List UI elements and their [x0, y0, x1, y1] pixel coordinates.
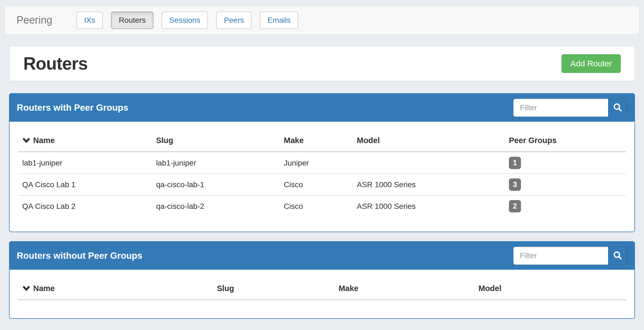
- routers-with-peer-groups-table: Name Slug Make Model Peer Groups lab1-ju…: [18, 130, 626, 217]
- cell-name: QA Cisco Lab 1: [18, 174, 152, 195]
- nav-button-routers[interactable]: Routers: [111, 12, 153, 29]
- cell-make: Cisco: [280, 195, 352, 217]
- routers-without-peer-groups-table: Name Slug Make Model: [18, 278, 626, 300]
- nav-button-peers[interactable]: Peers: [216, 12, 252, 29]
- panel-body: Name Slug Make Model: [10, 270, 634, 309]
- nav-button-sessions[interactable]: Sessions: [162, 12, 208, 29]
- filter-group: [513, 99, 627, 117]
- panel-routers-without-peer-groups: Routers without Peer Groups: [9, 241, 635, 319]
- cell-peer-groups: 1: [505, 152, 626, 174]
- cell-peer-groups: 2: [505, 195, 626, 217]
- column-header-peer-groups[interactable]: Peer Groups: [505, 130, 626, 152]
- column-header-slug[interactable]: Slug: [152, 130, 279, 152]
- cell-slug: qa-cisco-lab-1: [152, 174, 279, 195]
- chevron-down-icon: [22, 285, 30, 294]
- table-header-row: Name Slug Make Model: [18, 278, 626, 300]
- table-row: QA Cisco Lab 2 qa-cisco-lab-2 Cisco ASR …: [18, 195, 626, 217]
- brand-peering: Peering: [5, 14, 52, 26]
- peer-group-count-badge[interactable]: 3: [509, 178, 521, 191]
- column-header-make[interactable]: Make: [280, 130, 352, 152]
- table-header-row: Name Slug Make Model Peer Groups: [18, 130, 626, 152]
- column-header-model[interactable]: Model: [474, 278, 626, 300]
- panel-heading: Routers without Peer Groups: [10, 242, 634, 270]
- nav-button-ixs[interactable]: IXs: [76, 12, 103, 29]
- panel-title: Routers with Peer Groups: [17, 103, 128, 113]
- cell-slug: lab1-juniper: [152, 152, 279, 174]
- cell-make: Cisco: [280, 174, 352, 195]
- add-router-button[interactable]: Add Router: [562, 54, 621, 73]
- cell-model: [352, 152, 505, 174]
- panel-heading: Routers with Peer Groups: [10, 94, 634, 122]
- filter-group: [513, 247, 627, 265]
- column-header-name[interactable]: Name: [18, 130, 152, 152]
- cell-peer-groups: 3: [505, 174, 626, 195]
- column-header-name[interactable]: Name: [18, 278, 212, 300]
- cell-name: lab1-juniper: [18, 152, 152, 174]
- magnifier-icon: [612, 103, 623, 113]
- peer-group-count-badge[interactable]: 1: [509, 157, 521, 169]
- panel-body: Name Slug Make Model Peer Groups lab1-ju…: [10, 122, 634, 225]
- column-header-slug[interactable]: Slug: [212, 278, 334, 300]
- page-header-card: Routers Add Router: [9, 46, 635, 81]
- search-button[interactable]: [608, 247, 627, 265]
- top-navbar: Peering IXs Routers Sessions Peers Email…: [4, 5, 640, 35]
- page-title: Routers: [23, 53, 88, 74]
- table-row: QA Cisco Lab 1 qa-cisco-lab-1 Cisco ASR …: [18, 174, 626, 195]
- panel-routers-with-peer-groups: Routers with Peer Groups: [9, 93, 635, 232]
- search-button[interactable]: [608, 99, 627, 117]
- nav-button-emails[interactable]: Emails: [260, 12, 298, 29]
- magnifier-icon: [612, 251, 623, 261]
- cell-model: ASR 1000 Series: [352, 174, 505, 195]
- peer-group-count-badge[interactable]: 2: [509, 200, 521, 212]
- column-header-model[interactable]: Model: [352, 130, 505, 152]
- cell-slug: qa-cisco-lab-2: [152, 195, 279, 217]
- filter-input[interactable]: [513, 99, 609, 117]
- chevron-down-icon: [22, 136, 30, 146]
- filter-input[interactable]: [513, 247, 609, 265]
- cell-make: Juniper: [280, 152, 352, 174]
- cell-name: QA Cisco Lab 2: [18, 195, 152, 217]
- panel-title: Routers without Peer Groups: [17, 251, 142, 261]
- table-row: lab1-juniper lab1-juniper Juniper 1: [18, 152, 626, 174]
- cell-model: ASR 1000 Series: [352, 195, 505, 217]
- column-header-make[interactable]: Make: [334, 278, 474, 300]
